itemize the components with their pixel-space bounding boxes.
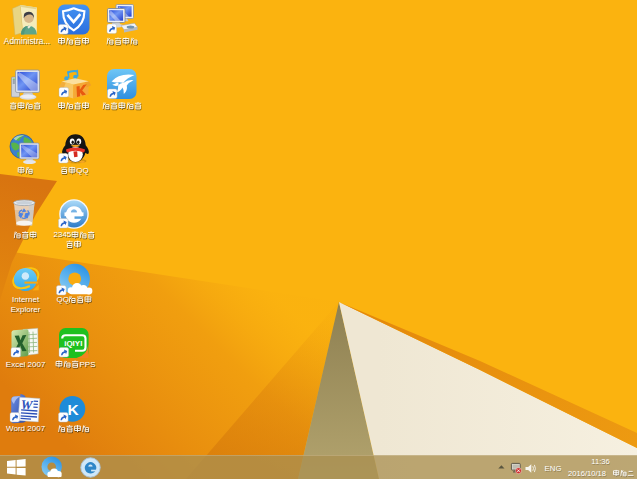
- svg-text:Excel 2007: Excel 2007: [6, 360, 46, 369]
- svg-text:Administra...: Administra...: [4, 36, 51, 46]
- svg-text:Internet: Internet: [12, 295, 40, 304]
- svg-text:iQIYI: iQIYI: [64, 339, 82, 348]
- svg-text:QQ: QQ: [76, 166, 88, 175]
- svg-text:Explorer: Explorer: [11, 305, 41, 314]
- svg-text:ENG: ENG: [545, 464, 562, 473]
- svg-text:QQ: QQ: [57, 295, 69, 304]
- svg-text:2345: 2345: [54, 230, 72, 239]
- svg-text:PPS: PPS: [80, 360, 96, 369]
- svg-text:2016/10/18: 2016/10/18: [568, 469, 606, 478]
- svg-text:11:36: 11:36: [591, 457, 609, 466]
- svg-text:K: K: [67, 401, 79, 418]
- svg-text:Word 2007: Word 2007: [6, 424, 46, 433]
